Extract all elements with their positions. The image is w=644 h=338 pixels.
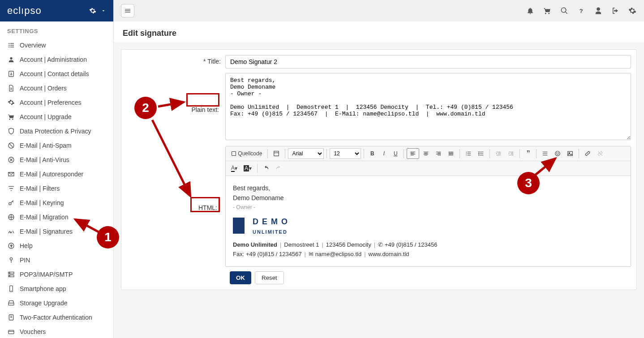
sidebar-item-help[interactable]: ?Help: [0, 239, 113, 253]
sidebar-item-e-mail-autoresponder[interactable]: E-Mail | Autoresponder: [0, 167, 113, 181]
content-card: * Title: Plain text: HTML: Quellcode: [121, 49, 637, 290]
bgcolor-button[interactable]: A▾: [241, 163, 254, 174]
sidebar-item-label: Data Protection & Privacy: [20, 128, 91, 135]
sidebar-item-pop3-imap-smtp[interactable]: POP3/IMAP/SMTP: [0, 267, 113, 282]
sig-logo: DEMO UNLIMITED: [233, 215, 623, 236]
block-icon: [7, 141, 15, 150]
sidebar-item-storage-upgrade[interactable]: Storage Upgrade: [0, 296, 113, 310]
sidebar-item-e-mail-migration[interactable]: E-Mail | Migration: [0, 210, 113, 224]
font-select[interactable]: Arial: [288, 148, 324, 159]
sidebar-item-e-mail-anti-spam[interactable]: E-Mail | Anti-Spam: [0, 138, 113, 153]
align-left-button[interactable]: [407, 148, 419, 159]
sidebar-item-data-protection-privacy[interactable]: Data Protection & Privacy: [0, 124, 113, 138]
reset-button[interactable]: Reset: [255, 271, 284, 284]
cart-icon[interactable]: [543, 6, 552, 15]
sidebar-item-e-mail-filters[interactable]: E-Mail | Filters: [0, 181, 113, 196]
sidebar-item-label: POP3/IMAP/SMTP: [20, 271, 73, 278]
sidebar-item-account-orders[interactable]: Account | Orders: [0, 81, 113, 95]
search-icon[interactable]: [560, 6, 569, 15]
user-icon[interactable]: [594, 6, 603, 15]
sidebar-item-label: Account | Orders: [20, 85, 67, 92]
sidebar-item-two-factor-authentication[interactable]: Two-Factor Authentication: [0, 310, 113, 325]
sidebar-item-label: E-Mail | Migration: [20, 214, 69, 221]
link-button[interactable]: [582, 148, 593, 159]
sidebar-item-account-administration[interactable]: Account | Administration: [0, 52, 113, 67]
svg-point-31: [479, 151, 480, 152]
server-icon: [7, 270, 15, 278]
bold-button[interactable]: B: [367, 148, 378, 159]
textcolor-button[interactable]: A▾: [228, 163, 240, 174]
sidebar-item-e-mail-keyring[interactable]: E-Mail | Keyring: [0, 196, 113, 210]
hr-button[interactable]: [539, 148, 551, 159]
blockquote-button[interactable]: ”: [523, 148, 533, 159]
main-area: ? Edit signature * Title: Plain text:: [114, 0, 644, 338]
svg-point-34: [555, 151, 560, 156]
contact-icon: [7, 70, 15, 78]
image-button[interactable]: [564, 148, 576, 159]
settings-icon[interactable]: [628, 6, 637, 15]
source-button[interactable]: Quellcode: [228, 148, 265, 159]
sidebar-item-label: E-Mail | Keyring: [20, 199, 64, 206]
redo-button[interactable]: [273, 163, 284, 174]
sidebar-section-title: SETTINGS: [0, 21, 113, 38]
sidebar-item-smartphone-app[interactable]: Smartphone app: [0, 282, 113, 296]
sig-contact-line: Fax: +49 (0)815 / 1234567|✉ name@eclipso…: [233, 250, 623, 259]
unlink-button[interactable]: [594, 148, 606, 159]
undo-button[interactable]: [260, 163, 272, 174]
sidebar-item-account-preferences[interactable]: Account | Preferences: [0, 95, 113, 110]
svg-point-10: [10, 258, 12, 260]
title-input[interactable]: [225, 55, 631, 68]
sidebar-item-label: Two-Factor Authentication: [20, 314, 92, 321]
filter-icon: [7, 184, 15, 193]
outdent-button[interactable]: [493, 148, 504, 159]
svg-point-32: [479, 153, 480, 154]
sidebar-header: eclıpso: [0, 0, 113, 21]
help-icon[interactable]: ?: [577, 6, 586, 15]
svg-text:?: ?: [580, 8, 583, 14]
sig-owner: - Owner -: [233, 203, 623, 212]
size-select[interactable]: 12: [330, 148, 361, 159]
sidebar-item-label: E-Mail | Anti-Virus: [20, 156, 69, 163]
logout-icon[interactable]: [611, 6, 620, 15]
sidebar-item-vouchers[interactable]: Vouchers: [0, 325, 113, 338]
hamburger-button[interactable]: [121, 4, 134, 17]
key-icon: [7, 199, 15, 207]
plaintext-textarea[interactable]: [225, 73, 631, 140]
align-right-button[interactable]: [433, 148, 444, 159]
sidebar-item-label: Overview: [20, 42, 46, 49]
indent-button[interactable]: [505, 148, 517, 159]
sidebar-item-e-mail-signatures[interactable]: E-Mail | Signatures: [0, 224, 113, 239]
page-title: Edit signature: [114, 21, 644, 43]
brand-logo: eclıpso: [7, 5, 42, 17]
sidebar-item-pin[interactable]: PIN: [0, 253, 113, 267]
sidebar-item-label: Smartphone app: [20, 285, 66, 292]
gear-icon[interactable]: [89, 7, 96, 14]
editor-body[interactable]: Best regards, Demo Demoname - Owner - DE…: [226, 176, 631, 266]
svg-line-4: [9, 143, 13, 147]
sidebar-item-overview[interactable]: Overview: [0, 38, 113, 52]
sidebar-item-account-contact-details[interactable]: Account | Contact details: [0, 67, 113, 81]
align-center-button[interactable]: [420, 148, 432, 159]
pin-icon: [7, 256, 15, 264]
italic-button[interactable]: I: [378, 148, 389, 159]
emoji-button[interactable]: [552, 148, 563, 159]
bell-icon[interactable]: [526, 6, 535, 15]
template-button[interactable]: [270, 148, 282, 159]
ordered-list-button[interactable]: 123: [463, 148, 474, 159]
svg-point-15: [9, 276, 10, 276]
unordered-list-button[interactable]: [475, 148, 487, 159]
underline-button[interactable]: U: [390, 148, 401, 159]
editor-toolbar: Quellcode Arial 12 B I U: [226, 146, 631, 161]
svg-point-35: [557, 153, 557, 153]
sidebar-item-account-upgrade[interactable]: Account | Upgrade: [0, 110, 113, 124]
align-justify-button[interactable]: [445, 148, 457, 159]
sidebar-item-e-mail-anti-virus[interactable]: E-Mail | Anti-Virus: [0, 153, 113, 167]
chevron-down-icon[interactable]: [101, 8, 106, 13]
sidebar-item-label: Account | Contact details: [20, 70, 89, 77]
sig-name: Demo Demoname: [233, 193, 623, 203]
sidebar-item-label: Storage Upgrade: [20, 299, 68, 307]
ok-button[interactable]: OK: [230, 271, 251, 284]
sidebar-item-label: Account | Preferences: [20, 99, 81, 106]
storage-icon: [7, 299, 15, 307]
sidebar-item-label: Help: [20, 242, 33, 249]
